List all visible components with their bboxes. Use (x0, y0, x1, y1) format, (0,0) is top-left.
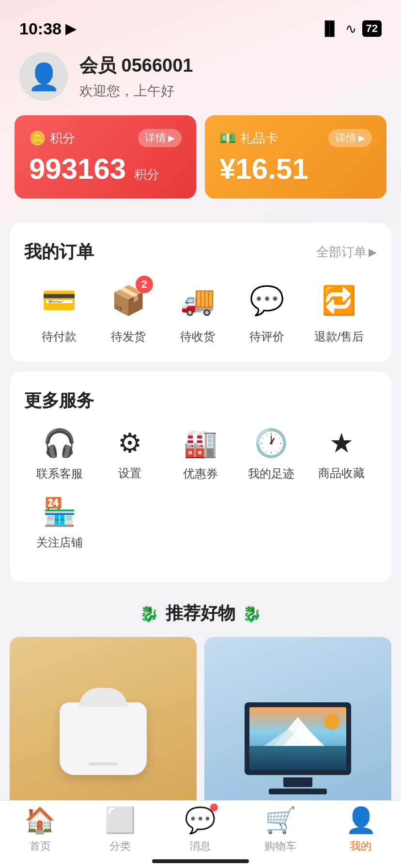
points-detail-button[interactable]: 详情 ▶ (138, 129, 182, 147)
deco-left: 🐉 (139, 604, 159, 623)
service-customer-support[interactable]: 🎧 联系客服 (24, 427, 95, 481)
orders-header: 我的订单 全部订单 ▶ (24, 240, 377, 264)
recommend-title: 推荐好物 (166, 602, 235, 625)
status-time: 10:38 ▶ (19, 19, 76, 38)
order-icons-row: 💳 待付款 📦 2 待发货 🚚 待收货 💬 待评价 (24, 279, 377, 344)
services-title: 更多服务 (24, 389, 94, 413)
pending-ship-badge: 2 (136, 276, 153, 293)
order-item-pending-receive[interactable]: 🚚 待收货 (176, 279, 219, 344)
tv-stand (283, 777, 312, 787)
user-greeting: 欢迎您，上午好 (79, 82, 193, 100)
more-services-section: 更多服务 🎧 联系客服 ⚙ 设置 🏭 优惠券 🕐 我的足迹 ★ 商品收藏 🏪 (10, 372, 391, 582)
message-icon-wrap: 💬 (185, 806, 216, 835)
refund-icon-wrap: 🔁 (317, 279, 361, 322)
pending-ship-label: 待发货 (111, 329, 146, 344)
refund-icon: 🔁 (322, 284, 356, 317)
services-header: 更多服务 (24, 389, 377, 413)
tab-home[interactable]: 🏠 首页 (24, 806, 56, 853)
pending-receive-icon-wrap: 🚚 (176, 279, 219, 322)
service-footprint[interactable]: 🕐 我的足迹 (236, 427, 307, 481)
pending-payment-icon-wrap: 💳 (37, 279, 81, 322)
signal-icon: ▐▌ (320, 21, 339, 36)
cards-row: 🪙 积分 详情 ▶ 993163 积分 💵 礼品卡 (0, 115, 401, 213)
status-bar: 10:38 ▶ ▐▌ ∿ 72 (0, 0, 401, 43)
service-favorites[interactable]: ★ 商品收藏 (306, 427, 377, 481)
battery-indicator: 72 (362, 20, 382, 37)
home-icon: 🏠 (24, 806, 56, 835)
message-badge-dot (210, 804, 218, 811)
gift-detail-button[interactable]: 详情 ▶ (328, 129, 372, 147)
avatar[interactable]: 👤 (19, 52, 68, 101)
customer-support-label: 联系客服 (36, 466, 83, 481)
cart-icon: 🛒 (265, 806, 296, 835)
time-display: 10:38 (19, 19, 62, 38)
gift-card-title: 💵 礼品卡 (219, 130, 278, 147)
gift-card[interactable]: 💵 礼品卡 详情 ▶ ¥16.51 (205, 115, 386, 199)
orders-title: 我的订单 (24, 240, 94, 264)
order-item-pending-review[interactable]: 💬 待评价 (245, 279, 289, 344)
settings-label: 设置 (118, 465, 141, 481)
recommend-header: 🐉 推荐好物 🐉 (10, 602, 391, 625)
order-item-refund[interactable]: 🔁 退款/售后 (314, 279, 364, 344)
tv-feet (269, 789, 327, 794)
shop-icon: 🏪 (43, 496, 77, 528)
wifi-icon: ∿ (345, 21, 356, 37)
tab-cart[interactable]: 🛒 购物车 (264, 806, 296, 853)
pending-review-icon-wrap: 💬 (245, 279, 289, 322)
tab-bar: 🏠 首页 ⬜ 分类 💬 消息 🛒 购物车 👤 我的 (0, 800, 401, 868)
star-icon: ★ (329, 427, 354, 459)
battery-level: 72 (366, 22, 378, 35)
user-info: 会员 0566001 欢迎您，上午好 (79, 53, 193, 100)
mine-icon: 👤 (345, 806, 377, 835)
points-card-title: 🪙 积分 (29, 130, 75, 147)
tab-message-label: 消息 (189, 839, 211, 853)
points-value: 993163 积分 (29, 153, 182, 185)
service-settings[interactable]: ⚙ 设置 (95, 427, 166, 481)
tab-mine-label: 我的 (350, 839, 371, 853)
user-avatar-icon: 👤 (28, 62, 60, 92)
favorites-label: 商品收藏 (318, 465, 365, 481)
service-follow-shop[interactable]: 🏪 关注店铺 (24, 496, 95, 550)
user-profile[interactable]: 👤 会员 0566001 欢迎您，上午好 (0, 43, 401, 115)
svg-point-5 (324, 714, 339, 729)
settings-icon: ⚙ (118, 427, 142, 459)
coupons-label: 优惠券 (183, 466, 218, 481)
tab-message[interactable]: 💬 消息 (185, 806, 216, 853)
tab-category-label: 分类 (109, 839, 131, 853)
pending-payment-label: 待付款 (42, 329, 77, 344)
rice-cooker-top (79, 688, 127, 707)
services-grid: 🎧 联系客服 ⚙ 设置 🏭 优惠券 🕐 我的足迹 ★ 商品收藏 🏪 关注店铺 (24, 427, 377, 565)
order-item-pending-payment[interactable]: 💳 待付款 (37, 279, 81, 344)
headset-icon: 🎧 (43, 427, 77, 459)
follow-shop-label: 关注店铺 (36, 535, 83, 550)
rice-cooker-shape (60, 702, 147, 775)
truck-icon: 🚚 (180, 284, 215, 317)
tab-cart-label: 购物车 (264, 839, 296, 853)
footprint-label: 我的足迹 (248, 466, 294, 481)
category-icon: ⬜ (105, 806, 136, 835)
location-arrow-icon: ▶ (65, 21, 76, 37)
status-right-icons: ▐▌ ∿ 72 (320, 20, 382, 37)
my-orders-section: 我的订单 全部订单 ▶ 💳 待付款 📦 2 待发货 🚚 (10, 223, 391, 362)
svg-rect-1 (249, 746, 346, 770)
service-coupons[interactable]: 🏭 优惠券 (165, 427, 236, 481)
comment-icon: 💬 (249, 284, 284, 317)
tv-shape (245, 702, 351, 775)
order-item-pending-ship[interactable]: 📦 2 待发货 (107, 279, 150, 344)
refund-label: 退款/售后 (314, 329, 364, 344)
pending-review-label: 待评价 (249, 329, 284, 344)
pending-receive-label: 待收货 (180, 329, 215, 344)
wallet-icon: 💳 (42, 284, 77, 317)
home-indicator (152, 859, 249, 863)
tv-screen (249, 707, 346, 770)
pending-ship-icon-wrap: 📦 2 (107, 279, 150, 322)
all-orders-link[interactable]: 全部订单 ▶ (316, 244, 377, 261)
user-name: 会员 0566001 (79, 53, 193, 78)
gift-card-value: ¥16.51 (219, 153, 372, 185)
tab-mine[interactable]: 👤 我的 (345, 806, 377, 853)
tab-category[interactable]: ⬜ 分类 (105, 806, 136, 853)
clock-icon: 🕐 (254, 427, 288, 459)
points-card[interactable]: 🪙 积分 详情 ▶ 993163 积分 (15, 115, 196, 199)
tab-home-label: 首页 (30, 839, 51, 853)
coupon-icon: 🏭 (184, 427, 217, 459)
